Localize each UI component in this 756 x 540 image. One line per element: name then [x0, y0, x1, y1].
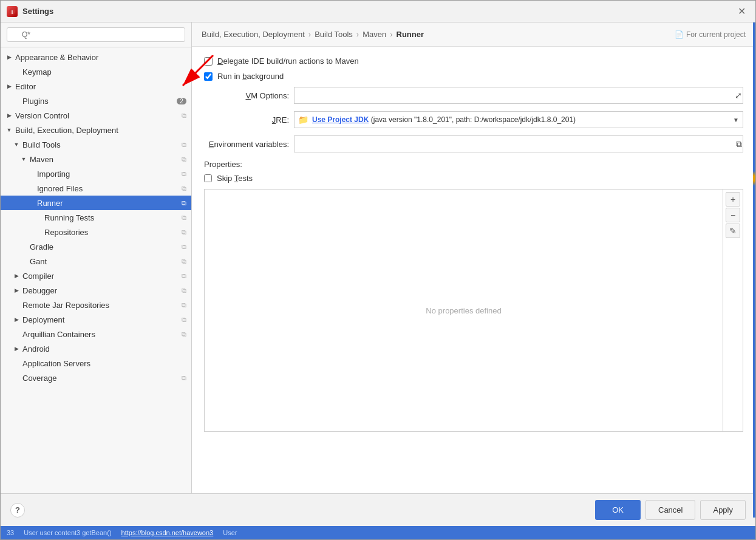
- toggle-icon: [20, 243, 27, 250]
- svg-text:I: I: [12, 9, 13, 15]
- skip-tests-row: Skip Tests: [204, 174, 743, 183]
- env-vars-input[interactable]: [294, 135, 743, 152]
- breadcrumb-sep-3: ›: [390, 30, 392, 39]
- sidebar-item-android[interactable]: ▶ Android: [1, 341, 191, 356]
- properties-table: No properties defined + − ✎: [204, 189, 743, 432]
- sidebar-item-label: Deployment: [22, 315, 182, 324]
- expand-button[interactable]: ⤢: [735, 91, 742, 100]
- env-copy-button[interactable]: ⧉: [736, 139, 742, 149]
- sidebar-item-appearance-behavior[interactable]: ▶ Appearance & Behavior: [1, 50, 191, 64]
- sidebar-item-version-control[interactable]: ▶ Version Control ⧉: [1, 108, 191, 123]
- toggle-icon: [13, 97, 20, 104]
- copy-icon: ⧉: [182, 272, 186, 280]
- status-text-1: 33: [7, 529, 14, 536]
- sidebar-item-gradle[interactable]: Gradle ⧉: [1, 239, 191, 254]
- sidebar-item-remote-jar[interactable]: Remote Jar Repositories ⧉: [1, 298, 191, 312]
- apply-button[interactable]: Apply: [700, 500, 746, 520]
- sidebar-item-keymap[interactable]: Keymap: [1, 64, 191, 79]
- sidebar-item-gant[interactable]: Gant ⧉: [1, 254, 191, 268]
- breadcrumb-bar: Build, Execution, Deployment › Build Too…: [192, 22, 755, 47]
- search-box: 🔍: [1, 22, 191, 47]
- jre-select[interactable]: 📁 Use Project JDK (java version "1.8.0_2…: [294, 111, 743, 128]
- status-link[interactable]: https://blog.csdn.net/havewon3: [121, 529, 214, 536]
- toggle-icon: ▶: [13, 287, 20, 294]
- vm-options-input-wrapper: ⤢: [294, 87, 743, 104]
- help-button[interactable]: ?: [10, 503, 25, 518]
- toggle-icon: [13, 301, 20, 309]
- sidebar-item-label: Editor: [15, 82, 186, 91]
- ok-button[interactable]: OK: [595, 500, 641, 520]
- sidebar-item-label: Repositories: [44, 228, 182, 237]
- copy-icon: ⧉: [182, 374, 186, 382]
- sidebar-item-label: Build Tools: [22, 140, 182, 149]
- background-checkbox[interactable]: [204, 72, 213, 81]
- toggle-icon: ▶: [13, 272, 20, 279]
- sidebar-item-editor[interactable]: ▶ Editor: [1, 79, 191, 94]
- breadcrumb: Build, Execution, Deployment › Build Too…: [202, 30, 424, 39]
- close-button[interactable]: ✕: [734, 4, 749, 18]
- sidebar-item-label: Keymap: [22, 67, 186, 77]
- sidebar-item-coverage[interactable]: Coverage ⧉: [1, 371, 191, 385]
- delegate-checkbox[interactable]: [204, 57, 213, 66]
- toggle-icon: ▼: [20, 156, 27, 163]
- copy-icon: ⧉: [182, 156, 186, 163]
- sidebar-item-label: Build, Execution, Deployment: [15, 126, 186, 135]
- search-wrapper: 🔍: [7, 27, 185, 42]
- toggle-icon: ▼: [13, 141, 20, 148]
- title-bar-left: I Settings: [7, 6, 53, 17]
- add-property-button[interactable]: +: [726, 192, 740, 207]
- jre-select-wrapper: 📁 Use Project JDK (java version "1.8.0_2…: [294, 111, 743, 128]
- search-input[interactable]: [7, 27, 185, 42]
- toggle-icon: [27, 199, 35, 207]
- sidebar-item-plugins[interactable]: Plugins 2: [1, 94, 191, 108]
- edit-property-button[interactable]: ✎: [726, 224, 740, 238]
- sidebar-item-build-tools[interactable]: ▼ Build Tools ⧉: [1, 137, 191, 152]
- breadcrumb-sep-1: ›: [308, 30, 311, 39]
- toggle-icon: ▶: [13, 316, 20, 323]
- delegate-row: Delegate IDE build/run actions to Maven: [204, 56, 743, 66]
- copy-icon: ⧉: [182, 228, 186, 236]
- sidebar-item-running-tests[interactable]: Running Tests ⧉: [1, 210, 191, 225]
- status-text-4: User: [223, 529, 237, 536]
- cancel-button[interactable]: Cancel: [645, 500, 695, 520]
- toggle-icon: [35, 214, 42, 221]
- sidebar-item-importing[interactable]: Importing ⧉: [1, 166, 191, 181]
- sidebar-item-compiler[interactable]: ▶ Compiler ⧉: [1, 268, 191, 283]
- sidebar-item-label: Runner: [37, 199, 182, 208]
- sidebar-item-build-execution[interactable]: ▼ Build, Execution, Deployment: [1, 123, 191, 137]
- toggle-icon: ▶: [5, 83, 13, 90]
- jre-value-text: Use Project JDK (java version "1.8.0_201…: [312, 115, 576, 124]
- sidebar-item-arquillian[interactable]: Arquillian Containers ⧉: [1, 327, 191, 341]
- copy-icon: ⧉: [182, 301, 186, 309]
- sidebar-item-label: Plugins: [22, 97, 174, 106]
- sidebar-item-debugger[interactable]: ▶ Debugger ⧉: [1, 283, 191, 298]
- toggle-icon: [13, 68, 20, 75]
- sidebar-item-label: Application Servers: [22, 359, 186, 368]
- copy-icon: ⧉: [182, 170, 186, 178]
- copy-icon: ⧉: [182, 112, 186, 120]
- vm-options-row: VM Options: ⤢: [204, 87, 743, 104]
- env-vars-row: Environment variables: ⧉: [204, 135, 743, 152]
- breadcrumb-part-2: Build Tools: [315, 30, 353, 39]
- title-bar: I Settings ✕: [1, 1, 755, 22]
- sidebar-item-runner[interactable]: Runner ⧉: [1, 196, 191, 210]
- sidebar-item-application-servers[interactable]: Application Servers: [1, 356, 191, 371]
- sidebar-item-deployment[interactable]: ▶ Deployment ⧉: [1, 312, 191, 327]
- sidebar-item-repositories[interactable]: Repositories ⧉: [1, 225, 191, 239]
- sidebar-item-label: Remote Jar Repositories: [22, 301, 182, 310]
- remove-property-button[interactable]: −: [726, 208, 740, 222]
- sidebar-item-ignored-files[interactable]: Ignored Files ⧉: [1, 181, 191, 196]
- for-current-project-label: For current project: [686, 30, 746, 39]
- content-area: 🔍 ▶ Appearance & Behavior Keymap ▶: [1, 22, 755, 493]
- skip-tests-checkbox[interactable]: [204, 174, 212, 182]
- chevron-down-icon: ▼: [733, 117, 739, 123]
- sidebar-item-label: Appearance & Behavior: [15, 53, 186, 62]
- sidebar-item-maven[interactable]: ▼ Maven ⧉: [1, 152, 191, 166]
- app-icon: I: [7, 6, 18, 17]
- sidebar-item-label: Maven: [30, 155, 182, 164]
- sidebar-item-label: Compiler: [22, 272, 182, 281]
- skip-tests-label: Skip Tests: [217, 174, 253, 183]
- vm-options-input[interactable]: [294, 87, 743, 104]
- toggle-icon: [13, 330, 20, 338]
- sidebar-item-label: Importing: [37, 169, 182, 179]
